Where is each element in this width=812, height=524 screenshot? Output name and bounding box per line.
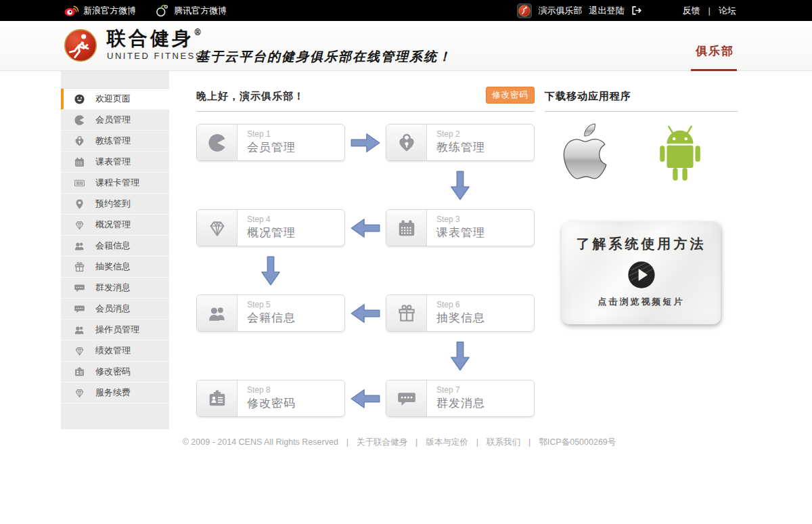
sidebar-item-label: 欢迎页面 (95, 93, 131, 105)
sidebar-item-performance[interactable]: 绩效管理 (61, 341, 169, 362)
footer-link[interactable]: 版本与定价 (426, 437, 468, 447)
app-root: 新浪官方微博 腾讯官方微博 演示俱乐部 退出登陆 反馈 | 论坛 联合健身® U… (0, 0, 812, 524)
change-password-button[interactable]: 修改密码 (486, 87, 535, 104)
calendar-icon (397, 218, 417, 238)
step-box-coaches[interactable]: Step 2教练管理 (386, 124, 535, 161)
people-icon (74, 324, 85, 336)
sidebar-item-overview[interactable]: 概况管理 (61, 215, 169, 236)
play-icon[interactable] (626, 259, 657, 290)
footer-divider: | (528, 437, 531, 447)
workflow-diagram: Step 1会员管理 Step 2教练管理 Step 4概况管理 Step 3课… (196, 124, 535, 417)
brand-text: 联合健身® UNITED FITNESS (107, 28, 203, 61)
pin-icon (74, 198, 85, 210)
sidebar-item-member-messages[interactable]: 会员消息 (61, 299, 169, 320)
step-box-password[interactable]: Step 8修改密码 (196, 380, 345, 417)
sidebar-item-members[interactable]: 会员管理 (61, 110, 169, 131)
step-title: 群发消息 (436, 395, 485, 411)
sina-weibo-icon (64, 4, 78, 17)
tagline: 基于云平台的健身俱乐部在线管理系统！ (196, 48, 452, 66)
sidebar-item-welcome[interactable]: 欢迎页面 (61, 89, 169, 110)
arrow-left-icon (345, 294, 386, 332)
step-title: 概况管理 (247, 225, 296, 240)
sidebar-item-coaches[interactable]: 教练管理 (61, 131, 169, 152)
registered-mark: ® (194, 28, 202, 37)
apple-logo[interactable] (553, 117, 614, 187)
icp-number: 鄂ICP备05000269号 (539, 437, 616, 447)
copyright-text: © 2009 - 2014 CENS All Rights Reserved (183, 437, 338, 447)
main-content: 晚上好，演示俱乐部！ 修改密码 Step 1会员管理 Step 2教练管理 St… (196, 71, 535, 417)
greeting-row: 晚上好，演示俱乐部！ 修改密码 (196, 71, 535, 103)
feedback-link[interactable]: 反馈 (683, 5, 700, 17)
step-text: Step 4概况管理 (238, 210, 296, 246)
step-title: 课表管理 (436, 225, 485, 240)
forum-link[interactable]: 论坛 (719, 5, 736, 17)
step-box-schedule[interactable]: Step 3课表管理 (386, 209, 535, 246)
logout-icon[interactable] (631, 5, 642, 16)
sina-weibo-link[interactable]: 新浪官方微博 (64, 4, 136, 17)
chat-icon (74, 282, 85, 294)
step-box-overview[interactable]: Step 4概况管理 (196, 209, 345, 246)
greeting-divider (196, 111, 535, 112)
step-text: Step 7群发消息 (427, 380, 485, 416)
sidebar-item-lottery[interactable]: 抽奖信息 (61, 257, 169, 278)
step-number: Step 3 (436, 215, 485, 224)
arrow-left-icon (345, 380, 386, 417)
tencent-weibo-link[interactable]: 腾讯官方微博 (155, 4, 227, 17)
step-box-membership[interactable]: Step 5会籍信息 (196, 294, 345, 332)
sidebar-item-operators[interactable]: 操作员管理 (61, 320, 169, 341)
sidebar-list: 欢迎页面会员管理教练管理课表管理课程卡管理预约签到概况管理会籍信息抽奖信息群发消… (61, 89, 169, 403)
step-title: 修改密码 (247, 395, 296, 411)
sidebar-item-checkin[interactable]: 预约签到 (61, 194, 169, 215)
step-icon-cell (386, 210, 427, 246)
download-panel: 下载移动应用程序 了解系统使用方法 点击浏览视频短片 (545, 71, 738, 227)
greeting-text: 晚上好，演示俱乐部！ (196, 90, 304, 102)
heartlock-icon (74, 135, 85, 147)
step-title: 会员管理 (247, 139, 296, 155)
idcard-icon (207, 389, 227, 409)
sidebar-item-course-cards[interactable]: 课程卡管理 (61, 173, 169, 194)
sidebar-item-membership[interactable]: 会籍信息 (61, 236, 169, 257)
step-box-lottery[interactable]: Step 6抽奖信息 (386, 294, 535, 332)
brand-name-cn: 联合健身 (107, 27, 194, 49)
step-title: 教练管理 (436, 139, 485, 155)
sidebar-item-label: 预约签到 (95, 198, 131, 210)
footer-link[interactable]: 联系我们 (487, 437, 520, 447)
topbar-divider: | (708, 5, 710, 16)
barcode-icon (74, 177, 85, 189)
brand-header: 联合健身® UNITED FITNESS 基于云平台的健身俱乐部在线管理系统！ … (0, 21, 812, 71)
step-number: Step 5 (247, 300, 296, 309)
sidebar-item-schedule[interactable]: 课表管理 (61, 152, 169, 173)
sidebar-item-renewal[interactable]: 服务续费 (61, 383, 169, 403)
step-icon-cell (197, 295, 238, 331)
logout-link[interactable]: 退出登陆 (589, 5, 625, 17)
sidebar-item-broadcast[interactable]: 群发消息 (61, 278, 169, 299)
sidebar-item-label: 教练管理 (95, 135, 131, 147)
footer-divider: | (346, 437, 348, 447)
footer-link[interactable]: 关于联合健身 (357, 437, 407, 447)
step-number: Step 7 (436, 385, 485, 395)
sidebar-item-label: 会籍信息 (95, 240, 131, 252)
idcard-icon (74, 366, 85, 378)
step-text: Step 3课表管理 (427, 210, 485, 246)
video-tutorial-note[interactable]: 了解系统使用方法 点击浏览视频短片 (562, 221, 721, 324)
pacman-icon (74, 114, 85, 126)
sidebar-item-label: 会员管理 (95, 114, 131, 126)
sidebar-item-label: 概况管理 (95, 219, 131, 231)
diamond-icon (207, 218, 227, 238)
sidebar-item-label: 群发消息 (95, 282, 131, 294)
android-logo[interactable] (646, 124, 714, 185)
arrow-down-icon (386, 161, 535, 209)
tab-club[interactable]: 俱乐部 (696, 43, 734, 59)
step-box-members[interactable]: Step 1会员管理 (196, 124, 345, 161)
step-box-broadcast[interactable]: Step 7群发消息 (386, 380, 535, 417)
arrow-down-icon (196, 246, 345, 294)
step-number: Step 4 (247, 215, 296, 224)
sidebar-item-label: 课程卡管理 (95, 177, 139, 189)
tencent-weibo-icon (155, 4, 169, 17)
sidebar-item-password[interactable]: 修改密码 (61, 362, 169, 383)
smiley-icon (74, 93, 85, 105)
footer-divider: | (476, 437, 478, 447)
arrow-left-icon (345, 209, 386, 246)
sidebar-bottom-filler (61, 403, 169, 429)
brand-logo-runner-icon (64, 28, 97, 62)
